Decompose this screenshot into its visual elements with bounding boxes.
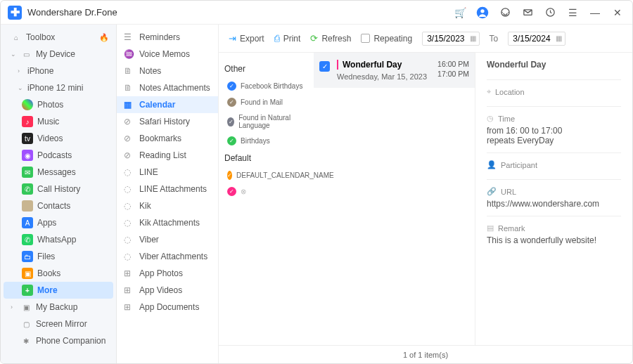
details-panel: Wonderful Day ⌖Location ◷Time from 16: 0…	[475, 53, 632, 345]
menu-icon[interactable]: ☰	[565, 5, 580, 20]
chevron-right-icon: ›	[11, 304, 18, 311]
grid-icon: ⊞	[124, 302, 134, 312]
cat-app-photos[interactable]: ⊞App Photos	[117, 265, 218, 282]
close-icon[interactable]: ✕	[610, 5, 625, 20]
label: Repeating	[373, 34, 412, 44]
minimize-icon[interactable]: —	[587, 5, 603, 20]
event-row[interactable]: ✓ Wonderful Day Wednesday, Mar 15, 2023 …	[314, 53, 475, 88]
app-title: Wondershare Dr.Fone	[27, 7, 117, 18]
repeats-value: repeats EveryDay	[487, 136, 621, 145]
cal-fb[interactable]: ✓Facebook Birthdays	[224, 78, 308, 94]
sidebar-toolbox[interactable]: ⌂Toolbox🔥	[1, 29, 116, 46]
sidebar-music[interactable]: ♪Music	[1, 113, 116, 130]
support-icon[interactable]	[497, 5, 513, 20]
sidebar-apps[interactable]: AApps	[1, 214, 116, 231]
sidebar-more[interactable]: +More	[4, 282, 113, 299]
sidebar-podcasts[interactable]: ◉Podcasts	[1, 147, 116, 164]
svg-point-1	[480, 9, 484, 13]
date-to-input[interactable]: 3/15/2024▦	[508, 32, 565, 46]
user-icon[interactable]	[475, 5, 490, 20]
sidebar-iphone[interactable]: ›iPhone	[1, 63, 116, 79]
cat-reminders[interactable]: ☰Reminders	[117, 29, 218, 46]
sidebar-contacts[interactable]: Contacts	[1, 197, 116, 214]
sidebar-callhistory[interactable]: ✆Call History	[1, 181, 116, 197]
label: Phone Companion	[36, 336, 106, 346]
remark-label: ▤Remark	[487, 223, 621, 233]
books-icon: ▣	[22, 268, 33, 279]
group-other: Other	[224, 64, 308, 74]
contacts-icon	[22, 200, 33, 212]
cat-calendar[interactable]: ▦Calendar	[117, 96, 218, 113]
compass-icon: ⊘	[124, 150, 134, 160]
voice-icon: ♒	[124, 49, 134, 59]
sidebar-books[interactable]: ▣Books	[1, 265, 116, 282]
label: Facebook Birthdays	[241, 82, 302, 90]
cat-line-att[interactable]: ◌LINE Attachments	[117, 181, 218, 197]
value: 3/15/2023	[427, 34, 464, 44]
sidebar-videos[interactable]: tvVideos	[1, 130, 116, 147]
cal-default[interactable]: ✓DEFAULT_CALENDAR_NAME	[224, 167, 308, 183]
sidebar-photos[interactable]: Photos	[1, 96, 116, 113]
messages-icon: ✉	[22, 167, 33, 178]
date-from-input[interactable]: 3/15/2023▦	[422, 32, 479, 46]
cat-viber-att[interactable]: ◌Viber Attachments	[117, 248, 218, 265]
cat-notes-att[interactable]: 🗎Notes Attachments	[117, 79, 218, 96]
calendar-icon: ▦	[124, 100, 134, 110]
print-icon: ⎙	[274, 33, 280, 44]
screen-icon: ▢	[20, 318, 32, 330]
cal-mail[interactable]: ✓Found in Mail	[224, 94, 308, 110]
item-count: 1 of 1 item(s)	[403, 351, 448, 359]
cat-app-docs[interactable]: ⊞App Documents	[117, 299, 218, 316]
export-button[interactable]: ⇥Export	[229, 33, 264, 44]
cal-nl[interactable]: ✓Found in Natural Language	[224, 110, 308, 133]
label: Toolbox	[26, 32, 55, 42]
label: Bookmarks	[139, 134, 181, 143]
label: Export	[240, 34, 264, 44]
history-icon[interactable]	[542, 5, 558, 20]
label: WhatsApp	[37, 235, 76, 245]
chevron-down-icon: ⌄	[11, 51, 18, 58]
flame-icon: 🔥	[99, 33, 109, 42]
cal-bday[interactable]: ✓Birthdays	[224, 133, 308, 149]
time-value: from 16: 00 to 17:00	[487, 126, 621, 136]
sidebar-mybackup[interactable]: ›▣My Backup	[1, 299, 116, 316]
cat-line[interactable]: ◌LINE	[117, 164, 218, 181]
mail-icon[interactable]	[520, 5, 535, 20]
cat-voicememos[interactable]: ♒Voice Memos	[117, 46, 218, 63]
label-text: Location	[495, 88, 525, 96]
cat-viber[interactable]: ◌Viber	[117, 231, 218, 248]
sidebar-screenmirror[interactable]: ▢Screen Mirror	[1, 316, 116, 332]
sidebar-messages[interactable]: ✉Messages	[1, 164, 116, 181]
sidebar-whatsapp[interactable]: ✆WhatsApp	[1, 231, 116, 248]
label-text: Time	[498, 115, 515, 123]
repeating-checkbox[interactable]: Repeating	[361, 34, 412, 44]
cat-kik[interactable]: ◌Kik	[117, 197, 218, 214]
podcasts-icon: ◉	[22, 150, 33, 161]
cart-icon[interactable]: 🛒	[452, 5, 468, 20]
refresh-button[interactable]: ⟳Refresh	[310, 33, 351, 44]
sidebar-files[interactable]: 🗀Files	[1, 248, 116, 265]
cat-safari[interactable]: ⊘Safari History	[117, 113, 218, 130]
placeholder-icon: ⊗	[241, 188, 246, 195]
check-icon: ✓	[227, 187, 236, 196]
check-icon: ✓	[227, 136, 236, 145]
print-button[interactable]: ⎙Print	[274, 33, 301, 44]
label: Notes	[139, 66, 161, 76]
chat-icon: ◌	[124, 218, 134, 228]
sidebar-iphone12[interactable]: ⌄iPhone 12 mini	[1, 79, 116, 96]
cat-readinglist[interactable]: ⊘Reading List	[117, 147, 218, 164]
check-icon: ✓	[227, 171, 232, 180]
cat-bookmarks[interactable]: ⊘Bookmarks	[117, 130, 218, 147]
label: My Backup	[36, 302, 77, 312]
event-checkbox[interactable]: ✓	[319, 61, 330, 72]
cal-unknown[interactable]: ✓⊗	[224, 183, 308, 200]
status-footer: 1 of 1 item(s)	[219, 345, 632, 363]
sidebar-my-device[interactable]: ⌄▭My Device	[1, 46, 116, 63]
cat-notes[interactable]: 🗎Notes	[117, 63, 218, 79]
cat-app-videos[interactable]: ⊞App Videos	[117, 282, 218, 299]
sidebar-phonecompanion[interactable]: ✱Phone Companion	[1, 332, 116, 349]
label: Kik Attachments	[139, 218, 200, 228]
event-times: 16:00 PM 17:00 PM	[437, 60, 469, 79]
cat-kik-att[interactable]: ◌Kik Attachments	[117, 214, 218, 231]
label-text: Remark	[498, 224, 525, 233]
